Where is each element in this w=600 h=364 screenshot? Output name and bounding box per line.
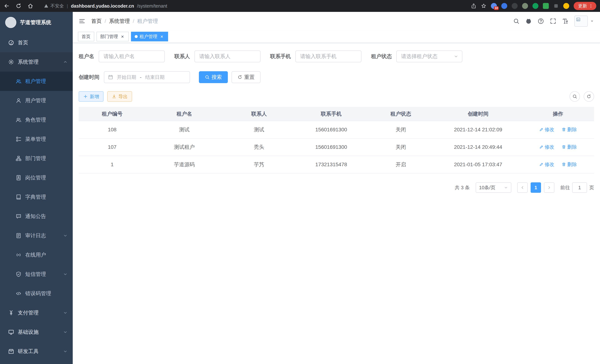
tab-home[interactable]: 首页: [78, 32, 94, 41]
avatar: [574, 16, 588, 27]
toolbox-icon: [8, 348, 14, 354]
extension-icon-5[interactable]: [533, 3, 538, 9]
page-size-select[interactable]: 10条/页: [476, 182, 511, 193]
warning-icon: [44, 3, 49, 8]
contact-input[interactable]: [194, 50, 261, 62]
refresh-table-button[interactable]: [584, 91, 594, 102]
phone-input[interactable]: [295, 50, 361, 62]
sidebar-item-error-codes[interactable]: 错误码管理: [0, 284, 73, 303]
delete-tenant-link[interactable]: 删除: [562, 144, 577, 150]
sidebar-item-online-users[interactable]: 在线用户: [0, 245, 73, 265]
extension-icon-6[interactable]: [543, 3, 549, 9]
date-range-picker[interactable]: 开始日期 - 结束日期: [104, 71, 190, 83]
browser-update-button[interactable]: 更新: [574, 2, 596, 10]
column-header-name: 租户名: [146, 107, 223, 121]
pagination: 共 3 条 10条/页 1 前往 页: [79, 182, 594, 193]
create-time-label: 创建时间: [79, 74, 99, 81]
next-page-button[interactable]: [544, 182, 554, 193]
font-size-icon[interactable]: [562, 18, 568, 24]
add-button[interactable]: 新增: [79, 91, 103, 102]
export-button[interactable]: 导出: [107, 91, 132, 102]
browser-toolbar: 不安全 | dashboard.yudao.iocoder.cn/system/…: [0, 0, 600, 12]
bookmark-star-icon[interactable]: [481, 3, 487, 9]
tenant-name-input[interactable]: [99, 50, 165, 62]
sidebar-item-notices[interactable]: 通知公告: [0, 207, 73, 226]
sidebar-item-posts[interactable]: 岗位管理: [0, 168, 73, 187]
extensions-puzzle-icon[interactable]: [553, 3, 559, 9]
filter-row-1: 租户名 联系人 联系手机 租户状态 请选择租户状态: [79, 50, 594, 62]
github-icon[interactable]: [525, 18, 532, 24]
date-separator: -: [140, 75, 141, 80]
sidebar-item-dev-tools[interactable]: 研发工具: [0, 342, 73, 361]
extension-icon-4[interactable]: [522, 3, 528, 9]
sidebar-item-system[interactable]: 系统管理: [0, 52, 73, 72]
chevron-right-icon: [547, 185, 551, 190]
url-host: dashboard.yudao.iocoder.cn: [71, 3, 134, 9]
close-icon[interactable]: [159, 34, 164, 39]
tab-department[interactable]: 部门管理: [96, 32, 129, 41]
sidebar-item-departments[interactable]: 部门管理: [0, 149, 73, 168]
active-tab-dot: [135, 35, 138, 38]
back-icon[interactable]: [4, 3, 10, 9]
browser-actions: 10 更新: [471, 2, 596, 10]
total-count: 共 3 条: [455, 184, 470, 191]
column-header-status: 租户状态: [367, 107, 434, 121]
extension-icon-3[interactable]: [512, 3, 518, 9]
column-header-id: 租户编号: [79, 107, 146, 121]
security-warning[interactable]: 不安全: [44, 3, 64, 9]
share-icon[interactable]: [471, 3, 477, 9]
sidebar-item-infrastructure[interactable]: 基础设施: [0, 322, 73, 342]
extension-icon-7[interactable]: [563, 3, 569, 9]
collapse-sidebar-icon[interactable]: [79, 18, 85, 25]
filter-row-2: 创建时间 开始日期 - 结束日期 搜索 重置: [79, 71, 594, 83]
tab-tenant[interactable]: 租户管理: [131, 32, 168, 41]
search-icon[interactable]: [513, 18, 519, 24]
app-logo-row: 芋道管理系统: [0, 12, 73, 33]
url-separator: |: [67, 3, 68, 9]
sidebar-item-home[interactable]: 首页: [0, 33, 73, 52]
extension-icon-1[interactable]: 10: [491, 3, 497, 9]
current-page-button[interactable]: 1: [531, 182, 541, 193]
trash-icon: [562, 127, 566, 132]
app-title: 芋道管理系统: [20, 19, 51, 26]
chevron-down-icon: [63, 311, 67, 315]
delete-tenant-link[interactable]: 删除: [562, 126, 577, 133]
goto-page-input[interactable]: [572, 182, 587, 193]
toggle-search-button[interactable]: [570, 91, 580, 102]
search-button[interactable]: 搜索: [199, 71, 228, 83]
date-end-placeholder: 结束日期: [145, 74, 165, 81]
sidebar-item-payment[interactable]: 支付管理: [0, 303, 73, 322]
edit-tenant-link[interactable]: 修改: [539, 144, 554, 150]
home-icon[interactable]: [28, 3, 33, 9]
sidebar-item-dictionary[interactable]: 字典管理: [0, 187, 73, 207]
close-icon[interactable]: [120, 34, 125, 39]
reset-button[interactable]: 重置: [232, 71, 261, 83]
edit-tenant-link[interactable]: 修改: [539, 126, 554, 133]
help-icon[interactable]: [538, 18, 544, 24]
dashboard-icon: [8, 40, 14, 46]
address-bar[interactable]: 不安全 | dashboard.yudao.iocoder.cn/system/…: [40, 1, 466, 11]
extension-badge: 10: [494, 6, 499, 10]
breadcrumb-system[interactable]: 系统管理: [109, 18, 130, 25]
refresh-icon[interactable]: [16, 3, 21, 9]
breadcrumb-home[interactable]: 首页: [91, 18, 102, 25]
document-icon: [16, 233, 21, 239]
main-panel: 首页 / 系统管理 / 租户管理: [73, 12, 600, 364]
browser-menu-dots-icon: [589, 3, 593, 8]
prev-page-button[interactable]: [517, 182, 528, 193]
sidebar-item-roles[interactable]: 角色管理: [0, 110, 73, 130]
edit-tenant-link[interactable]: 修改: [539, 161, 554, 168]
sidebar-item-sms[interactable]: 短信管理: [0, 265, 73, 284]
sidebar-item-tenant[interactable]: 租户管理: [0, 72, 73, 91]
delete-tenant-link[interactable]: 删除: [562, 161, 577, 168]
edit-icon: [539, 162, 544, 167]
fullscreen-icon[interactable]: [550, 18, 556, 24]
sidebar-item-audit-log[interactable]: 审计日志: [0, 226, 73, 245]
sidebar-item-users[interactable]: 用户管理: [0, 91, 73, 110]
extension-icon-2[interactable]: [501, 3, 507, 9]
sidebar-item-menus[interactable]: 菜单管理: [0, 130, 73, 149]
user-avatar-menu[interactable]: [574, 16, 594, 27]
chevron-down-icon: [63, 349, 67, 354]
page-content: 租户名 联系人 联系手机 租户状态 请选择租户状态: [73, 43, 600, 364]
status-select[interactable]: 请选择租户状态: [396, 50, 462, 62]
